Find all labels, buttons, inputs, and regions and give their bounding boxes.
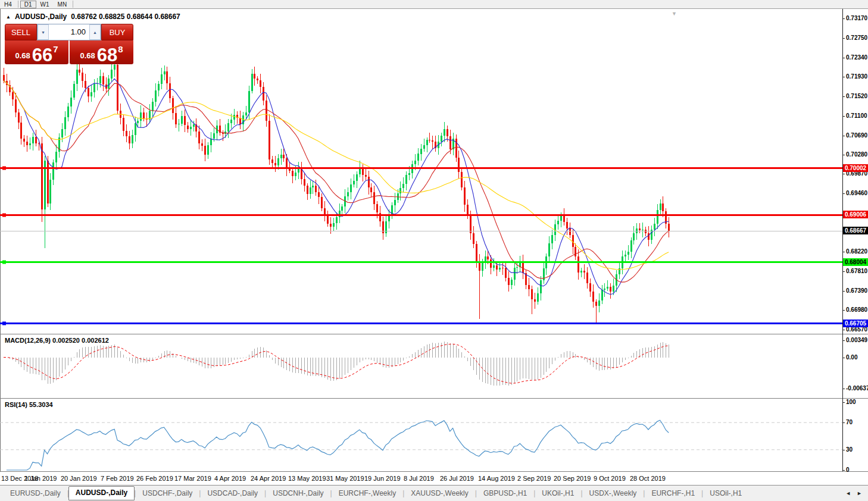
x-tick-label: 8 Jul 2019 bbox=[404, 475, 434, 482]
buy-button[interactable]: BUY bbox=[101, 24, 133, 40]
volume-increase-icon[interactable]: ▲ bbox=[89, 24, 101, 40]
ma-mid-line bbox=[4, 81, 669, 283]
one-click-trade-panel: SELL ▼ 1.00 ▲ BUY 0.68 66 7 0.68 68 8 bbox=[5, 24, 133, 64]
y-axis-tick bbox=[842, 96, 845, 97]
x-tick-label: 9 Oct 2019 bbox=[594, 475, 626, 482]
y-tick-label: 0.67810 bbox=[846, 268, 867, 274]
timeframe-h4-button[interactable]: H4 bbox=[0, 1, 16, 8]
line-handle[interactable] bbox=[2, 322, 6, 325]
y-axis-tick bbox=[842, 38, 845, 39]
x-tick-label: 1 Jan 2019 bbox=[24, 475, 57, 482]
volume-input[interactable]: 1.00 bbox=[49, 24, 89, 40]
macd-label: MACD(12,26,9) 0.002520 0.002612 bbox=[5, 337, 109, 344]
y-tick-label: 0.70690 bbox=[846, 132, 867, 139]
chart-shift-marker-icon[interactable]: ▼ bbox=[672, 11, 677, 17]
tab-usdcnh-daily[interactable]: USDCNH-,Daily bbox=[266, 486, 330, 501]
tab-usoil-h1[interactable]: USOil-,H1 bbox=[703, 486, 748, 501]
y-tick-label: 0.68220 bbox=[846, 248, 867, 255]
macd-tick-label: -0.00637 bbox=[846, 385, 868, 392]
sell-price-big: 66 bbox=[32, 46, 52, 64]
y-axis-tick bbox=[842, 330, 845, 330]
tab-ukoil-h1[interactable]: UKOil-,H1 bbox=[535, 486, 580, 501]
timeframe-d1-button[interactable]: D1 bbox=[20, 1, 36, 8]
y-tick-label: 0.67390 bbox=[846, 287, 867, 294]
line-handle[interactable] bbox=[2, 167, 6, 170]
candles-layer bbox=[3, 60, 670, 323]
y-axis-tick bbox=[842, 271, 845, 272]
y-axis-tick bbox=[842, 58, 845, 58]
collapse-panel-icon[interactable]: ▲ bbox=[6, 14, 11, 20]
macd-tick-label: 0.00 bbox=[846, 354, 857, 361]
timeframe-toolbar: H4 D1 W1 MN bbox=[0, 0, 868, 9]
rsi-tick-label: 70 bbox=[846, 419, 853, 425]
buy-price-display[interactable]: 0.68 68 8 bbox=[70, 40, 133, 64]
x-tick-label: 19 Jun 2019 bbox=[364, 475, 401, 482]
y-tick-label: 0.72750 bbox=[846, 35, 867, 41]
buy-price-big: 68 bbox=[97, 46, 117, 64]
line-handle[interactable] bbox=[2, 214, 6, 217]
macd-axis-tick bbox=[842, 389, 845, 389]
timeframe-mn-button[interactable]: MN bbox=[54, 1, 71, 8]
tab-xauusd-weekly[interactable]: XAUUSD-,Weekly bbox=[404, 486, 474, 501]
x-tick-label: 20 Jan 2019 bbox=[61, 475, 97, 482]
tabs-container: EURUSD-,Daily|AUDUSD-,Daily|USDCHF-,Dail… bbox=[4, 486, 748, 501]
rsi-axis-tick bbox=[842, 470, 845, 471]
macd-canvas[interactable] bbox=[0, 334, 842, 398]
x-tick-label: 13 May 2019 bbox=[288, 475, 326, 482]
volume-spinner: ▼ 1.00 ▲ bbox=[37, 24, 101, 40]
tab-scroll-arrows: ◄ ► bbox=[845, 490, 868, 496]
rsi-tick-label: 100 bbox=[846, 399, 856, 405]
price-badge-0.68004: 0.68004 bbox=[843, 258, 868, 266]
tab-eurchf-weekly[interactable]: EURCHF-,Weekly bbox=[332, 486, 402, 501]
price-badge-0.70002: 0.70002 bbox=[843, 164, 868, 172]
y-tick-label: 0.71520 bbox=[846, 93, 867, 99]
sell-price-sup: 7 bbox=[53, 44, 58, 54]
x-tick-label: 2 Sep 2019 bbox=[517, 475, 551, 482]
x-tick-label: 26 Jul 2019 bbox=[440, 475, 474, 482]
volume-decrease-icon[interactable]: ▼ bbox=[38, 24, 49, 40]
sell-price-display[interactable]: 0.68 66 7 bbox=[5, 40, 68, 64]
macd-tick-label: 0.00349 bbox=[846, 337, 867, 343]
y-tick-label: 0.66980 bbox=[846, 306, 867, 313]
timeframe-w1-button[interactable]: W1 bbox=[36, 1, 54, 8]
x-tick-label: 14 Aug 2019 bbox=[478, 475, 515, 482]
y-axis-tick bbox=[842, 310, 845, 311]
y-axis-tick bbox=[842, 136, 845, 136]
y-tick-label: 0.71100 bbox=[846, 112, 867, 119]
tab-scroll-right-icon[interactable]: ► bbox=[857, 490, 862, 496]
sell-button[interactable]: SELL bbox=[5, 24, 37, 40]
x-tick-label: 17 Mar 2019 bbox=[174, 475, 211, 482]
x-tick-label: 7 Feb 2019 bbox=[101, 475, 134, 482]
tab-usdx-weekly[interactable]: USDX-,Weekly bbox=[583, 486, 644, 501]
y-axis-tick bbox=[842, 174, 845, 174]
y-axis-tick bbox=[842, 155, 845, 155]
x-tick-label: 28 Oct 2019 bbox=[630, 475, 666, 482]
tab-audusd-daily[interactable]: AUDUSD-,Daily bbox=[68, 486, 135, 500]
macd-histogram bbox=[4, 342, 669, 386]
chart-tab-bar: EURUSD-,Daily|AUDUSD-,Daily|USDCHF-,Dail… bbox=[0, 485, 868, 501]
x-tick-label: 24 Apr 2019 bbox=[251, 475, 286, 482]
y-axis-tick bbox=[842, 116, 845, 117]
tab-usdchf-daily[interactable]: USDCHF-,Daily bbox=[136, 486, 199, 501]
ma-slow-line bbox=[4, 81, 669, 270]
y-axis-tick bbox=[842, 291, 845, 292]
tab-usdcad-daily[interactable]: USDCAD-,Daily bbox=[201, 486, 264, 501]
tab-scroll-left-icon[interactable]: ◄ bbox=[845, 490, 851, 496]
sell-price-prefix: 0.68 bbox=[15, 51, 30, 60]
tab-eurusd-daily[interactable]: EURUSD-,Daily bbox=[4, 486, 67, 501]
y-tick-label: 0.69460 bbox=[846, 190, 867, 196]
toolbar-separator bbox=[73, 1, 73, 8]
rsi-line bbox=[7, 420, 669, 470]
rsi-tick-label: 30 bbox=[846, 446, 853, 453]
y-tick-label: 0.71930 bbox=[846, 73, 867, 80]
price-badge-0.68667: 0.68667 bbox=[843, 227, 868, 234]
rsi-canvas[interactable] bbox=[0, 399, 842, 471]
tab-gbpusd-h1[interactable]: GBPUSD-,H1 bbox=[477, 486, 533, 501]
rsi-axis-tick bbox=[842, 450, 845, 450]
y-tick-label: 0.70280 bbox=[846, 151, 867, 158]
x-tick-label: 20 Sep 2019 bbox=[554, 475, 591, 482]
chart-header: ▲ AUDUSD-,Daily 0.68762 0.68825 0.68644 … bbox=[6, 12, 180, 21]
line-handle[interactable] bbox=[2, 261, 6, 264]
ohlc-quotes: 0.68762 0.68825 0.68644 0.68667 bbox=[71, 12, 180, 21]
tab-eurchf-h1[interactable]: EURCHF-,H1 bbox=[645, 486, 701, 501]
